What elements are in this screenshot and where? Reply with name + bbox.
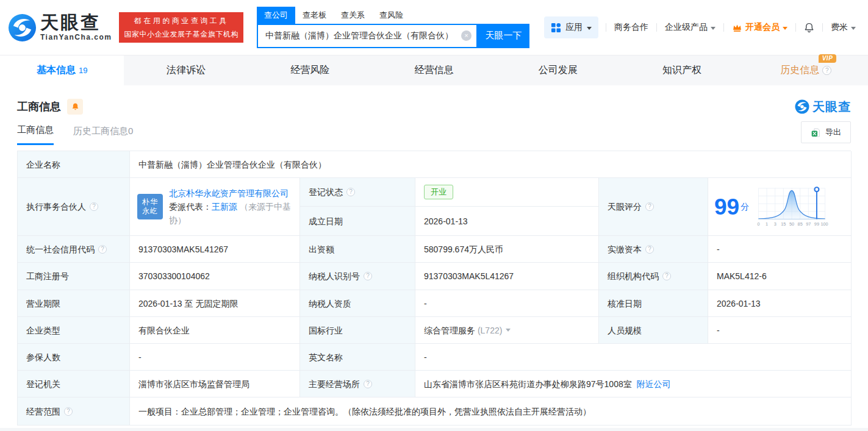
credit-code-label: 统一社会信用代码? [18,236,130,263]
notifications-button[interactable] [796,22,822,34]
brand-domain: TianYanCha.com [40,33,112,41]
registration-number-value: 370303300104062 [130,263,300,290]
help-icon[interactable]: ? [64,407,73,416]
industry-label: 国标行业 [300,317,415,344]
score-value[interactable]: 99 分 0 1 3 15 50 [708,178,852,236]
tab-label: 公司发展 [539,64,578,77]
subtab-history-business-info[interactable]: 历史工商信息0 [73,126,133,144]
search-tab-boss[interactable]: 查老板 [295,7,334,24]
brand-logo[interactable]: 天眼查 TianYanCha.com [8,13,112,42]
header: 天眼查 TianYanCha.com 都在用的商业查询工具 国家中小企业发展子基… [0,0,868,55]
tab-history-info[interactable]: 历史信息 VIP ? [744,55,868,85]
svg-text:50: 50 [789,221,794,227]
chevron-down-icon[interactable] [506,329,511,332]
tab-label: 历史信息 [780,65,819,75]
partner-company-link[interactable]: 北京朴华永屹资产管理有限公司 [169,188,289,198]
score-marker-pin [815,187,819,191]
clear-icon[interactable]: × [461,30,472,41]
delegate-name-link[interactable]: 王新源 [212,202,237,212]
nav-enterprise-products[interactable]: 企业级产品 [657,22,723,33]
insured-count-label: 参保人数 [18,344,130,371]
search-tab-relation[interactable]: 查关系 [334,7,372,24]
business-address-value: 山东省淄博市张店区科苑街道办事处柳泉路97号1008室 附近公司 [415,371,852,397]
help-icon[interactable]: ? [822,66,831,75]
export-button[interactable]: 导出 [801,121,851,143]
search-input[interactable] [265,31,461,41]
business-term-value: 2026-01-13 至 无固定期限 [130,290,300,317]
cooperation-label: 商务合作 [614,22,648,33]
apps-label: 应用 [565,22,583,33]
user-menu[interactable]: 费米 [823,22,858,33]
slogan-line1: 都在用的商业查询工具 [124,14,239,27]
top-nav: 应用 商务合作 企业级产品 开通会员 [544,16,858,38]
svg-text:15: 15 [781,221,786,227]
username-label: 费米 [831,22,848,33]
tab-intellectual-property[interactable]: 知识产权 [620,55,744,85]
taxpayer-id-value: 91370303MAK5L41267 [415,263,599,290]
industry-value: 综合管理服务 (L722) [415,317,599,344]
company-name-value: 中普新融（淄博）企业管理合伙企业（有限合伙） [130,151,852,178]
tab-label: 知识产权 [662,64,701,77]
slogan-badge: 都在用的商业查询工具 国家中小企业发展子基金旗下机构 [119,12,243,43]
bell-icon [803,22,815,34]
monitor-bell-button[interactable] [67,99,83,115]
taxpayer-quality-label: 纳税人资质 [300,290,415,317]
org-code-label: 组织机构代码? [599,263,708,290]
help-icon[interactable]: ? [662,272,671,280]
tab-label: 法律诉讼 [167,64,206,77]
tab-label: 经营信息 [414,64,453,77]
registration-status-value: 开业 [415,178,599,207]
score-distribution-chart: 0 1 3 15 50 85 97 99 100 [754,183,830,230]
tab-operating-risk[interactable]: 经营风险 [248,55,372,85]
search-area: 查公司 查老板 查关系 查风险 × 天眼一下 [257,7,529,48]
search-button[interactable]: 天眼一下 [478,24,529,48]
company-type-value: 有限合伙企业 [130,317,300,344]
nav-open-membership[interactable]: 开通会员 [724,22,795,33]
tab-company-development[interactable]: 公司发展 [496,55,620,85]
chevron-down-icon [851,27,856,30]
help-icon[interactable]: ? [90,202,98,211]
registration-status-label: 登记状态? [300,178,415,207]
vip-badge: VIP [819,54,837,63]
help-icon[interactable]: ? [645,245,654,254]
help-icon[interactable]: ? [364,380,372,388]
help-icon[interactable]: ? [364,272,372,280]
nav-business-cooperation[interactable]: 商务合作 [606,22,656,33]
score-unit: 分 [741,201,749,213]
apps-grid-icon [551,23,561,33]
tab-business-info[interactable]: 经营信息 [372,55,496,85]
help-icon[interactable]: ? [98,245,107,254]
enterprise-label: 企业级产品 [665,22,708,33]
registration-number-label: 工商注册号 [18,263,130,290]
watermark-logo: 天眼查 [795,99,851,115]
search-tabs: 查公司 查老板 查关系 查风险 [257,7,529,24]
svg-text:85: 85 [798,221,803,227]
establish-date-label: 成立日期 [300,207,415,236]
score-label: 天眼评分? [599,178,708,236]
business-info-table: 企业名称 中普新融（淄博）企业管理合伙企业（有限合伙） 执行事务合伙人? 朴华永… [17,151,851,426]
english-name-value: - [415,344,852,371]
search-tab-company[interactable]: 查公司 [257,7,295,24]
help-icon[interactable]: ? [346,188,355,196]
tab-basic-info[interactable]: 基本信息 19 [0,55,124,85]
business-term-label: 营业期限 [18,290,130,317]
english-name-label: 英文名称 [300,344,415,371]
partner-avatar[interactable]: 朴华永屹 [137,194,163,219]
taxpayer-quality-value: - [415,290,599,317]
tianyancha-logo-icon [8,13,37,42]
tab-count: 19 [79,66,87,75]
business-scope-value: 一般项目：企业总部管理；企业管理；企业管理咨询。（除依法须经批准的项目外，凭营业… [130,397,852,426]
membership-label: 开通会员 [745,22,780,33]
staff-size-label: 人员规模 [599,317,708,344]
search-tab-risk[interactable]: 查风险 [372,7,411,24]
tab-label: 经营风险 [290,64,329,77]
subtab-business-info[interactable]: 工商信息 [17,124,54,145]
slogan-line2: 国家中小企业发展子基金旗下机构 [124,27,239,41]
watermark-text: 天眼查 [812,99,851,115]
tab-legal-proceedings[interactable]: 法律诉讼 [124,55,248,85]
help-icon[interactable]: ? [645,202,654,211]
excel-icon [811,127,821,138]
section-header: 工商信息 天眼查 [0,85,868,118]
apps-menu[interactable]: 应用 [544,16,598,38]
nearby-companies-link[interactable]: 附近公司 [637,378,671,390]
